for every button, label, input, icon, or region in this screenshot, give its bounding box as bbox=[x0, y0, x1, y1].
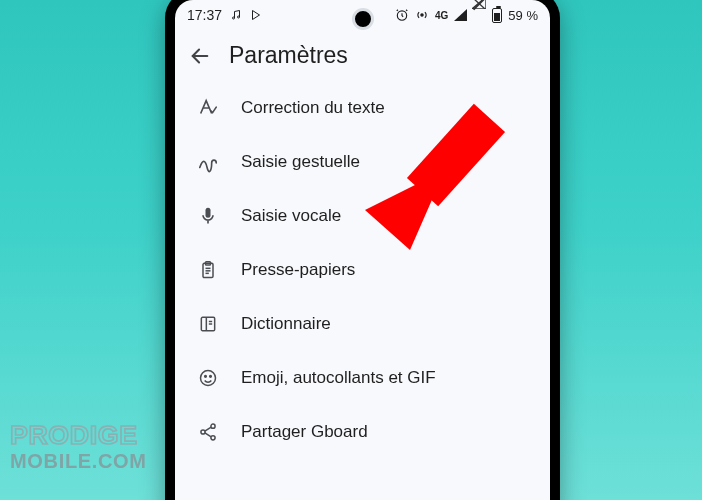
svg-point-20 bbox=[211, 424, 215, 428]
back-button[interactable] bbox=[189, 45, 211, 67]
settings-menu: Correction du texte Saisie gestuelle Sai… bbox=[175, 81, 550, 459]
camera-notch bbox=[352, 8, 374, 30]
menu-item-share-gboard[interactable]: Partager Gboard bbox=[175, 405, 550, 459]
menu-item-label: Saisie gestuelle bbox=[241, 152, 360, 172]
svg-point-19 bbox=[210, 376, 212, 378]
svg-point-18 bbox=[205, 376, 207, 378]
svg-line-6 bbox=[473, 0, 485, 9]
battery-percent: 59 % bbox=[508, 8, 538, 23]
status-time: 17:37 bbox=[187, 7, 222, 23]
phone-frame: 17:37 4G bbox=[165, 0, 560, 500]
dictionary-icon bbox=[197, 313, 219, 335]
watermark-line1: PRODIGE bbox=[10, 420, 138, 450]
network-type: 4G bbox=[435, 10, 448, 21]
svg-point-1 bbox=[238, 16, 240, 18]
svg-point-4 bbox=[421, 14, 423, 16]
menu-item-dictionary[interactable]: Dictionnaire bbox=[175, 297, 550, 351]
screen: 17:37 4G bbox=[175, 0, 550, 500]
svg-marker-2 bbox=[253, 11, 260, 20]
app-header: Paramètres bbox=[175, 30, 550, 81]
svg-rect-13 bbox=[201, 317, 214, 330]
menu-item-label: Dictionnaire bbox=[241, 314, 331, 334]
hotspot-icon bbox=[415, 8, 429, 22]
svg-point-0 bbox=[233, 17, 235, 19]
watermark-line2: MOBILE.COM bbox=[10, 450, 147, 472]
play-store-icon bbox=[250, 9, 262, 21]
menu-item-voice-typing[interactable]: Saisie vocale bbox=[175, 189, 550, 243]
menu-item-label: Presse-papiers bbox=[241, 260, 355, 280]
battery-icon bbox=[492, 8, 502, 23]
clipboard-icon bbox=[197, 259, 219, 281]
mic-icon bbox=[197, 205, 219, 227]
menu-item-label: Correction du texte bbox=[241, 98, 385, 118]
signal-icon bbox=[454, 9, 467, 21]
svg-point-22 bbox=[211, 436, 215, 440]
page-title: Paramètres bbox=[229, 42, 348, 69]
music-note-icon bbox=[230, 9, 242, 21]
emoji-icon bbox=[197, 367, 219, 389]
menu-item-emoji[interactable]: Emoji, autocollants et GIF bbox=[175, 351, 550, 405]
menu-item-text-correction[interactable]: Correction du texte bbox=[175, 81, 550, 135]
alarm-icon bbox=[395, 8, 409, 22]
menu-item-label: Saisie vocale bbox=[241, 206, 341, 226]
menu-item-gesture-typing[interactable]: Saisie gestuelle bbox=[175, 135, 550, 189]
menu-item-label: Emoji, autocollants et GIF bbox=[241, 368, 436, 388]
signal-off-icon bbox=[473, 9, 486, 21]
menu-item-clipboard[interactable]: Presse-papiers bbox=[175, 243, 550, 297]
menu-item-label: Partager Gboard bbox=[241, 422, 368, 442]
text-correction-icon bbox=[197, 97, 219, 119]
watermark: PRODIGE MOBILE.COM bbox=[10, 416, 210, 480]
gesture-icon bbox=[197, 151, 219, 173]
svg-point-17 bbox=[201, 371, 216, 386]
